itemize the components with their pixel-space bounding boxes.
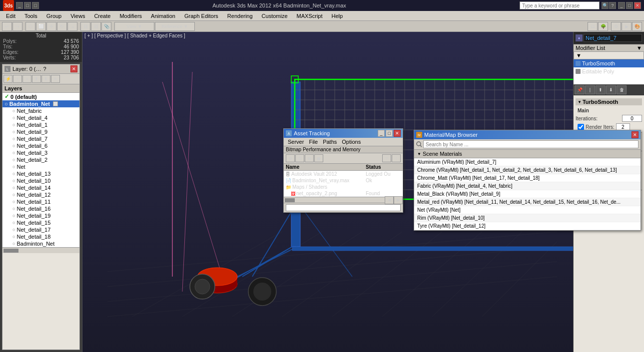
material-list[interactable]: Aluminium (VRayMtl) [Net_detail_7]Chrome…	[414, 158, 641, 230]
render-iters-checkbox[interactable]	[578, 124, 584, 130]
layer-item-6[interactable]: ○Net_detail_7	[2, 135, 79, 142]
reference-dropdown[interactable]: Reference ▼	[155, 22, 195, 31]
asset-menu-options[interactable]: Options	[340, 139, 363, 145]
layer-visibility-icon[interactable]	[53, 101, 58, 106]
layer-item-18[interactable]: ○Net_detail_15	[2, 219, 79, 226]
layer-item-0[interactable]: ✓0 (default)	[2, 93, 79, 100]
asset-panel-close[interactable]: ✕	[394, 130, 401, 137]
menu-item-help[interactable]: Help	[328, 12, 347, 20]
layer-item-1[interactable]: ○Badminton_Net	[2, 100, 79, 107]
link-btn[interactable]: ⛓	[80, 22, 90, 31]
asset-scrollbar[interactable]: ◀ ▶	[284, 197, 403, 203]
menu-item-views[interactable]: Views	[66, 12, 89, 20]
asset-menu-file[interactable]: File	[307, 139, 320, 145]
layer-item-19[interactable]: ○Net_detail_17	[2, 226, 79, 233]
material-row-3[interactable]: Fabric (VRayMtl) [Net_detail_4, Net_fabr…	[414, 182, 641, 190]
layer-tb-up[interactable]: ⬆	[32, 75, 41, 83]
menu-item-tools[interactable]: Tools	[20, 12, 41, 20]
material-search-input[interactable]	[423, 140, 639, 148]
asset-row-vault[interactable]: 🗄 Autodesk Vault 2012 Logged Ou	[284, 171, 403, 177]
layer-item-14[interactable]: ○Net_detail_12	[2, 191, 79, 198]
material-row-7[interactable]: Rim (VRayMtl) [Net_detail_10]	[414, 214, 641, 222]
asset-tb-alert[interactable]: !	[392, 154, 401, 162]
layer-tb-power[interactable]: ⚡	[3, 75, 12, 83]
asset-tb-help[interactable]: ?	[382, 154, 391, 162]
asset-menu-paths[interactable]: Paths	[321, 139, 339, 145]
render-setup-btn[interactable]: ⚙	[611, 22, 621, 31]
material-row-4[interactable]: Metal_Black (VRayMtl) [Net_detail_9]	[414, 190, 641, 198]
layer-item-8[interactable]: ○Net_detail_3	[2, 149, 79, 156]
help-btn[interactable]: ?	[609, 2, 616, 9]
layer-item-5[interactable]: ○Net_detail_9	[2, 128, 79, 135]
layer-tb-down[interactable]: ⬇	[41, 75, 50, 83]
win-minimize-btn[interactable]: _	[618, 2, 625, 9]
layer-item-10[interactable]: ○Net	[2, 163, 79, 170]
select-region-btn[interactable]: ⬜	[36, 22, 46, 31]
asset-tb-list[interactable]: ☰	[295, 154, 304, 162]
layer-scrollbar-h[interactable]	[2, 247, 79, 253]
modifier-list-dropdown-arrow[interactable]: ▼	[637, 45, 642, 51]
collapse-material-icon[interactable]: ▼	[417, 152, 421, 156]
modifier-editablepoly[interactable]: Editable Poly	[574, 67, 644, 75]
layer-tb-add[interactable]: +	[13, 75, 22, 83]
material-row-5[interactable]: Metal_red (VRayMtl) [Net_detail_11, Net_…	[414, 198, 641, 206]
render-iters-input[interactable]	[616, 123, 630, 130]
bind-btn[interactable]: 📎	[101, 22, 111, 31]
modifier-turbosmooth[interactable]: TurboSmooth	[574, 59, 644, 67]
search-input[interactable]	[520, 2, 590, 9]
material-row-0[interactable]: Aluminium (VRayMtl) [Net_detail_7]	[414, 158, 641, 166]
menu-item-modifiers[interactable]: Modifiers	[115, 12, 146, 20]
menu-item-animation[interactable]: Animation	[147, 12, 179, 20]
maximize-icon[interactable]: □	[32, 2, 39, 9]
layer-tb-delete[interactable]: ×	[22, 75, 31, 83]
select-btn[interactable]: ⬡	[25, 22, 35, 31]
scale-btn[interactable]: ⟁	[67, 22, 77, 31]
layer-item-11[interactable]: ○Net_detail_13	[2, 170, 79, 177]
search-box[interactable]	[520, 1, 600, 9]
active-shade-btn[interactable]: 🎨	[632, 22, 642, 31]
layer-item-17[interactable]: ○Net_detail_19	[2, 212, 79, 219]
menu-item-customize[interactable]: Customize	[258, 12, 292, 20]
asset-list[interactable]: 🗄 Autodesk Vault 2012 Logged Ou 📄 Badmin…	[284, 171, 403, 197]
asset-tb-detail[interactable]: ▦	[314, 154, 323, 162]
pin-btn[interactable]: 📌	[575, 85, 585, 94]
menu-item-maxscript[interactable]: MAXScript	[293, 12, 327, 20]
asset-path-input[interactable]	[286, 204, 401, 211]
material-panel-titlebar[interactable]: M Material/Map Browser ✕	[414, 130, 641, 139]
collapse-turbosmooth-icon[interactable]: ▼	[578, 100, 582, 104]
layer-item-9[interactable]: ○Net_detail_2	[2, 156, 79, 163]
material-row-8[interactable]: Tyre (VRayMtl) [Net_detail_12]	[414, 222, 641, 230]
layer-panel-close[interactable]: ✕	[70, 65, 77, 72]
asset-panel-minimize[interactable]: _	[378, 130, 385, 137]
layer-item-7[interactable]: ○Net_detail_6	[2, 142, 79, 149]
scene-explorer-btn[interactable]: 🌳	[598, 22, 608, 31]
scroll-left-btn[interactable]: ◀	[385, 196, 394, 204]
move-up-btn[interactable]: ⬆	[596, 85, 606, 94]
rotate-btn[interactable]: ↻	[57, 22, 67, 31]
show-result-btn[interactable]: |	[585, 85, 595, 94]
menu-item-group[interactable]: Group	[42, 12, 66, 20]
menu-item-graph-editors[interactable]: Graph Editors	[180, 12, 222, 20]
layer-list[interactable]: ✓0 (default)○Badminton_Net○Net_fabric○Ne…	[2, 93, 79, 247]
layer-item-4[interactable]: ○Net_detail_1	[2, 121, 79, 128]
object-type-dropdown[interactable]: View ▼	[114, 22, 154, 31]
asset-menu-server[interactable]: Server	[286, 139, 306, 145]
iterations-input[interactable]	[622, 115, 642, 122]
layer-item-2[interactable]: ○Net_fabric	[2, 107, 79, 114]
modifier-dropdown[interactable]: ▼	[574, 51, 644, 59]
layer-item-16[interactable]: ○Net_detail_16	[2, 205, 79, 212]
menu-item-edit[interactable]: Edit	[2, 12, 19, 20]
asset-panel-titlebar[interactable]: A Asset Tracking _ □ ✕	[284, 129, 403, 138]
move-down-btn[interactable]: ⬇	[606, 85, 616, 94]
material-panel-close[interactable]: ✕	[632, 131, 639, 138]
material-row-6[interactable]: Net (VRayMtl) [Net]	[414, 206, 641, 214]
search-btn[interactable]: 🔍	[602, 2, 609, 9]
asset-row-maps[interactable]: 📁 Maps / Shaders	[284, 184, 403, 190]
asset-tb-settings[interactable]: ⚙	[286, 154, 295, 162]
layer-manager-btn[interactable]: 🗂	[588, 22, 598, 31]
menu-item-create[interactable]: Create	[90, 12, 114, 20]
scroll-right-btn[interactable]: ▶	[394, 196, 403, 204]
render-btn[interactable]: ▶	[622, 22, 632, 31]
material-row-1[interactable]: Chrome (VRayMtl) [Net_detail_1, Net_deta…	[414, 166, 641, 174]
layer-item-3[interactable]: ○Net_detail_4	[2, 114, 79, 121]
